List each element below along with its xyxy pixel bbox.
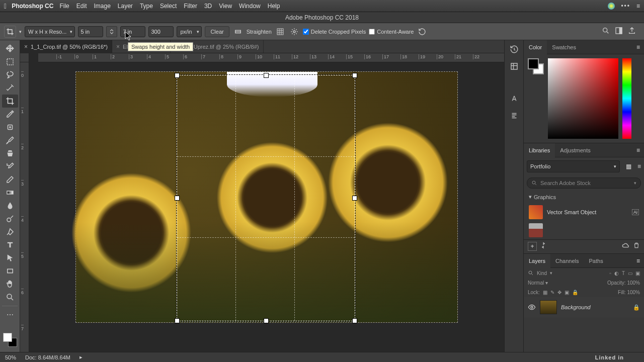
swap-dimensions-button[interactable] bbox=[106, 26, 117, 37]
menu-layer[interactable]: Layer bbox=[118, 3, 133, 10]
list-icon[interactable]: ≡ bbox=[636, 3, 640, 10]
vertical-ruler[interactable]: 0 1 2 3 4 5 6 7 bbox=[20, 62, 29, 352]
paths-tab[interactable]: Paths bbox=[584, 254, 608, 268]
hand-tool[interactable] bbox=[2, 278, 18, 291]
crop-marquee[interactable] bbox=[177, 75, 355, 321]
crop-handle-t[interactable] bbox=[264, 73, 269, 78]
panel-menu-icon[interactable]: ≡ bbox=[632, 257, 644, 264]
paragraph-panel-icon[interactable] bbox=[508, 110, 520, 122]
foreground-background-colors[interactable] bbox=[3, 333, 17, 347]
dodge-tool[interactable] bbox=[2, 212, 18, 225]
library-search[interactable]: Search Adobe Stock ▾ bbox=[527, 177, 641, 189]
lock-all-icon[interactable]: 🔒 bbox=[572, 290, 578, 295]
pen-tool[interactable] bbox=[2, 225, 18, 238]
hue-slider[interactable] bbox=[622, 58, 631, 139]
layer-thumbnail[interactable] bbox=[540, 300, 557, 314]
eraser-tool[interactable] bbox=[2, 173, 18, 186]
crop-tool[interactable] bbox=[2, 95, 18, 108]
menu-filter[interactable]: Filter bbox=[184, 3, 197, 10]
content-aware-input[interactable] bbox=[369, 29, 375, 35]
menu-view[interactable]: View bbox=[219, 3, 232, 10]
color-fg-bg-swatch[interactable] bbox=[528, 58, 544, 74]
share-icon[interactable] bbox=[628, 27, 636, 36]
menu-file[interactable]: File bbox=[59, 3, 69, 10]
layer-row-background[interactable]: Background 🔒 bbox=[524, 297, 644, 317]
fill-value[interactable]: 100% bbox=[627, 290, 640, 295]
crop-height-input[interactable] bbox=[120, 26, 145, 37]
menu-edit[interactable]: Edit bbox=[76, 3, 87, 10]
crop-preset-dropdown[interactable]: W x H x Reso... bbox=[25, 26, 75, 37]
reset-crop-icon[interactable] bbox=[417, 26, 428, 37]
library-selector[interactable]: Portfolio ▾ bbox=[527, 160, 620, 172]
lock-position-icon[interactable]: ✥ bbox=[557, 290, 561, 295]
document-tab-1[interactable]: × 1_1_Crop.tif @ 50% (RGB/16*) bbox=[20, 40, 112, 53]
crop-handle-l[interactable] bbox=[175, 196, 180, 201]
filter-smart-icon[interactable]: ▣ bbox=[635, 270, 640, 276]
ruler-origin[interactable] bbox=[20, 53, 29, 62]
libraries-sync-icon[interactable] bbox=[540, 242, 547, 251]
list-view-icon[interactable]: ≡ bbox=[634, 163, 644, 170]
swatches-tab[interactable]: Swatches bbox=[547, 40, 581, 54]
type-tool[interactable] bbox=[2, 238, 18, 251]
crop-handle-bl[interactable] bbox=[175, 318, 180, 323]
straighten-icon[interactable] bbox=[232, 26, 244, 37]
menu-image[interactable]: Image bbox=[94, 3, 110, 10]
resolution-unit-dropdown[interactable]: px/in bbox=[177, 26, 202, 37]
crop-tool-icon[interactable] bbox=[4, 26, 16, 38]
menu-3d[interactable]: 3D bbox=[204, 3, 212, 10]
filter-type-icon[interactable]: T bbox=[622, 270, 625, 276]
content-aware-checkbox[interactable]: Content-Aware bbox=[369, 29, 414, 35]
rectangle-tool[interactable] bbox=[2, 264, 18, 278]
adjustments-tab[interactable]: Adjustments bbox=[555, 143, 596, 157]
marquee-tool[interactable] bbox=[2, 55, 18, 68]
channels-tab[interactable]: Channels bbox=[550, 254, 584, 268]
crop-handle-br[interactable] bbox=[352, 318, 357, 323]
close-icon[interactable]: × bbox=[24, 43, 28, 50]
delete-cropped-input[interactable] bbox=[303, 29, 309, 35]
libraries-tab[interactable]: Libraries bbox=[524, 143, 555, 157]
close-icon[interactable]: × bbox=[116, 43, 120, 50]
library-item[interactable] bbox=[524, 221, 644, 239]
crop-settings-icon[interactable] bbox=[289, 26, 300, 37]
workspace-icon[interactable] bbox=[615, 27, 623, 36]
search-icon[interactable] bbox=[602, 27, 610, 36]
cloud-status-icon[interactable] bbox=[622, 242, 630, 251]
foreground-color-swatch[interactable] bbox=[3, 333, 12, 342]
crop-handle-tl[interactable] bbox=[175, 73, 180, 78]
menu-select[interactable]: Select bbox=[160, 3, 177, 10]
zoom-tool[interactable] bbox=[2, 291, 18, 304]
straighten-label[interactable]: Straighten bbox=[247, 29, 272, 35]
magic-wand-tool[interactable] bbox=[2, 81, 18, 95]
crop-width-input[interactable] bbox=[78, 26, 103, 37]
filter-kind-label[interactable]: Kind bbox=[537, 270, 547, 276]
crop-handle-tr[interactable] bbox=[352, 73, 357, 78]
brush-tool[interactable] bbox=[2, 134, 18, 147]
library-section-header[interactable]: ▾ Graphics bbox=[524, 191, 644, 203]
edit-toolbar-icon[interactable]: ⋯ bbox=[2, 308, 18, 321]
crop-resolution-input[interactable] bbox=[148, 26, 174, 37]
color-field[interactable] bbox=[548, 58, 618, 139]
filter-adjust-icon[interactable]: ◐ bbox=[614, 270, 619, 276]
color-tab[interactable]: Color bbox=[524, 40, 547, 54]
lock-transparency-icon[interactable]: ▦ bbox=[543, 290, 547, 295]
delete-cropped-checkbox[interactable]: Delete Cropped Pixels bbox=[303, 29, 366, 35]
lock-artboard-icon[interactable]: ▣ bbox=[565, 290, 569, 295]
filter-pixel-icon[interactable]: ▫ bbox=[609, 270, 611, 276]
move-tool[interactable] bbox=[2, 42, 18, 55]
properties-panel-icon[interactable] bbox=[508, 60, 520, 72]
status-zoom[interactable]: 50% bbox=[5, 354, 16, 360]
lock-pixels-icon[interactable]: ✎ bbox=[550, 290, 554, 295]
history-panel-icon[interactable] bbox=[508, 43, 520, 55]
layer-name[interactable]: Background bbox=[561, 304, 591, 310]
color-fg-swatch[interactable] bbox=[528, 58, 539, 69]
character-panel-icon[interactable] bbox=[508, 93, 520, 105]
clone-stamp-tool[interactable] bbox=[2, 147, 18, 160]
panel-menu-icon[interactable]: ≡ bbox=[632, 44, 644, 51]
tool-dropdown-icon[interactable]: ▾ bbox=[19, 29, 22, 34]
lasso-tool[interactable] bbox=[2, 68, 18, 81]
menu-type[interactable]: Type bbox=[140, 3, 153, 10]
status-chevron-icon[interactable]: ▸ bbox=[79, 354, 83, 360]
more-icon[interactable]: ••• bbox=[621, 3, 630, 10]
menu-help[interactable]: Help bbox=[268, 3, 280, 10]
history-brush-tool[interactable] bbox=[2, 160, 18, 173]
